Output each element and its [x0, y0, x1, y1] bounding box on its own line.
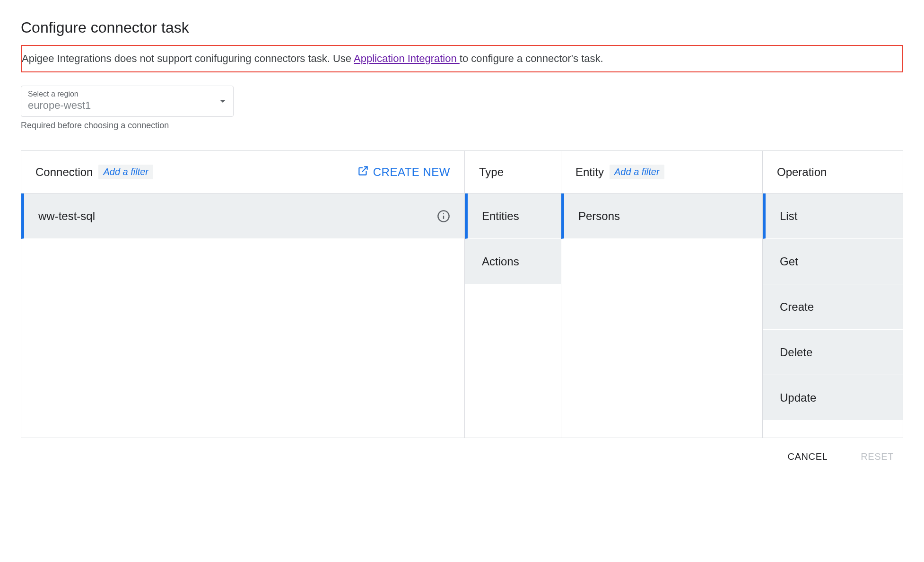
type-item-actions[interactable]: Actions — [465, 239, 561, 284]
operation-header: Operation — [763, 151, 903, 193]
operation-item-update[interactable]: Update — [763, 375, 903, 421]
entity-item[interactable]: Persons — [561, 193, 762, 239]
operation-item-get[interactable]: Get — [763, 239, 903, 284]
connection-item[interactable]: ww-test-sql — [21, 193, 464, 239]
entity-column: Entity Add a filter Persons — [561, 151, 763, 438]
operation-item-label: Create — [780, 300, 814, 314]
connection-header: Connection Add a filter CREATE NEW — [21, 151, 464, 193]
operation-item-label: List — [780, 210, 797, 223]
region-label: Select a region — [28, 90, 227, 98]
create-new-label: CREATE NEW — [373, 166, 450, 179]
connection-column: Connection Add a filter CREATE NEW ww-te… — [21, 151, 465, 438]
chevron-down-icon — [220, 100, 226, 103]
operation-item-delete[interactable]: Delete — [763, 330, 903, 375]
open-in-new-icon — [357, 165, 369, 180]
operation-item-label: Get — [780, 255, 798, 268]
application-integration-link[interactable]: Application Integration — [354, 53, 460, 64]
type-column: Type Entities Actions — [465, 151, 561, 438]
connection-header-label: Connection — [35, 166, 93, 179]
operation-column: Operation List Get Create Delete Update — [763, 151, 903, 438]
type-header: Type — [465, 151, 561, 193]
region-select[interactable]: Select a region europe-west1 — [21, 86, 234, 117]
info-icon[interactable] — [437, 210, 450, 223]
entity-filter[interactable]: Add a filter — [610, 165, 664, 179]
type-item-label: Actions — [482, 255, 519, 268]
connection-filter[interactable]: Add a filter — [98, 165, 153, 179]
entity-header: Entity Add a filter — [561, 151, 762, 193]
region-helper: Required before choosing a connection — [21, 121, 903, 131]
create-new-button[interactable]: CREATE NEW — [357, 165, 450, 180]
region-value: europe-west1 — [28, 99, 227, 112]
selector-columns: Connection Add a filter CREATE NEW ww-te… — [21, 150, 903, 438]
type-item-label: Entities — [482, 210, 519, 223]
warning-prefix: Apigee Integrations does not support con… — [22, 53, 354, 64]
svg-point-2 — [443, 213, 444, 214]
operation-item-list[interactable]: List — [763, 193, 903, 239]
warning-suffix: to configure a connector's task. — [460, 53, 603, 64]
connection-item-label: ww-test-sql — [38, 210, 95, 223]
cancel-button[interactable]: CANCEL — [788, 451, 828, 462]
operation-header-label: Operation — [777, 166, 827, 179]
entity-item-label: Persons — [578, 210, 620, 223]
operation-item-label: Delete — [780, 346, 812, 359]
reset-button: RESET — [861, 451, 894, 462]
operation-item-create[interactable]: Create — [763, 284, 903, 330]
warning-banner: Apigee Integrations does not support con… — [21, 45, 903, 72]
type-item-entities[interactable]: Entities — [465, 193, 561, 239]
footer-actions: CANCEL RESET — [21, 438, 903, 462]
dialog-title: Configure connector task — [21, 19, 903, 36]
type-header-label: Type — [479, 166, 504, 179]
entity-header-label: Entity — [575, 166, 604, 179]
operation-item-label: Update — [780, 391, 816, 404]
